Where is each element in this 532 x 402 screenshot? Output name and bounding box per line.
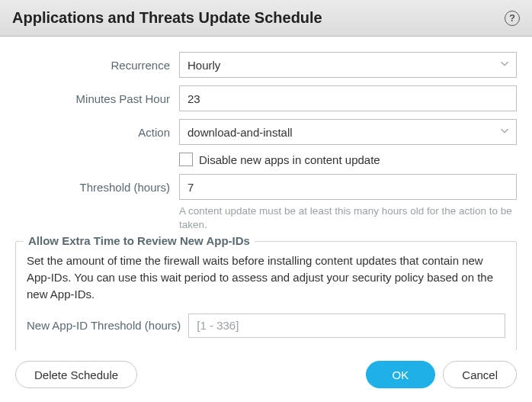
dialog-body: Recurrence Hourly Minutes Past Hour Acti… — [0, 37, 532, 350]
cancel-button[interactable]: Cancel — [443, 361, 517, 388]
threshold-hint: A content update must be at least this m… — [179, 204, 517, 232]
action-row: Action download-and-install — [15, 119, 517, 145]
new-app-id-threshold-input[interactable] — [188, 314, 505, 338]
update-schedule-dialog: Applications and Threats Update Schedule… — [0, 0, 532, 402]
threshold-label: Threshold (hours) — [15, 181, 179, 194]
action-select[interactable]: download-and-install — [179, 119, 517, 145]
threshold-input[interactable] — [179, 174, 517, 200]
chevron-down-icon — [499, 125, 510, 139]
ok-button[interactable]: OK — [366, 361, 436, 388]
threshold-hint-row: A content update must be at least this m… — [15, 204, 517, 232]
action-label: Action — [15, 126, 179, 139]
threshold-row: Threshold (hours) — [15, 174, 517, 200]
disable-new-apps-label: Disable new apps in content update — [199, 153, 380, 166]
new-app-id-threshold-label: New App-ID Threshold (hours) — [27, 319, 181, 332]
disable-new-apps-checkbox[interactable] — [179, 153, 193, 166]
action-value: download-and-install — [187, 126, 293, 139]
dialog-title: Applications and Threats Update Schedule — [12, 9, 322, 27]
section-description: Set the amount of time the firewall wait… — [27, 252, 505, 302]
new-app-id-threshold-row: New App-ID Threshold (hours) — [27, 314, 505, 338]
recurrence-row: Recurrence Hourly — [15, 52, 517, 78]
help-icon[interactable]: ? — [505, 11, 520, 26]
recurrence-select[interactable]: Hourly — [179, 52, 517, 78]
recurrence-value: Hourly — [187, 59, 220, 72]
chevron-down-icon — [499, 58, 510, 72]
allow-extra-time-section: Allow Extra Time to Review New App-IDs S… — [15, 241, 517, 350]
disable-new-apps-row: Disable new apps in content update — [15, 153, 517, 166]
recurrence-label: Recurrence — [15, 59, 179, 72]
minutes-past-hour-input[interactable] — [179, 85, 517, 111]
minutes-past-hour-label: Minutes Past Hour — [15, 92, 179, 105]
minutes-past-hour-row: Minutes Past Hour — [15, 85, 517, 111]
delete-schedule-button[interactable]: Delete Schedule — [15, 361, 137, 388]
section-legend: Allow Extra Time to Review New App-IDs — [24, 234, 255, 247]
dialog-footer: Delete Schedule OK Cancel — [0, 350, 532, 402]
dialog-header: Applications and Threats Update Schedule… — [0, 0, 532, 37]
